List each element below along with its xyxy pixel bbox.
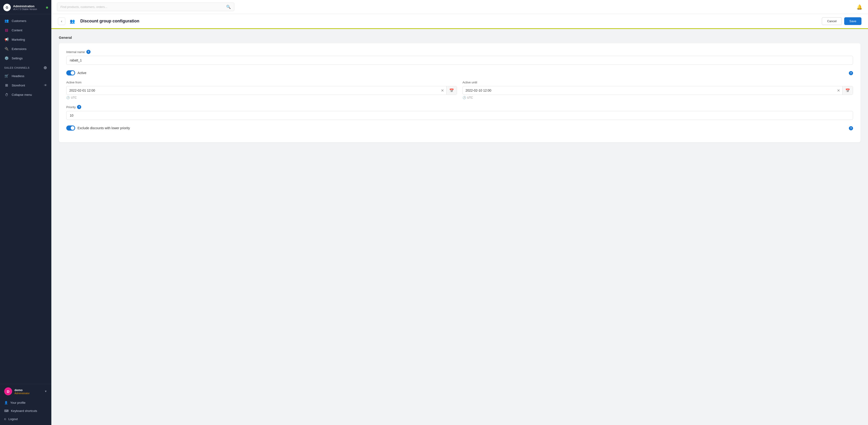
keyboard-shortcuts-link[interactable]: ⌨ Keyboard shortcuts [0, 407, 51, 415]
internal-name-field: Internal name ? [66, 50, 853, 65]
save-button[interactable]: Save [844, 17, 862, 25]
form-card: Internal name ? Active ? Active from [59, 43, 861, 142]
sidebar-item-content[interactable]: ▤ Content [0, 26, 51, 35]
page-header: ‹ 👥 Discount group configuration Cancel … [51, 14, 868, 29]
page-title: Discount group configuration [80, 19, 140, 24]
topbar-right: 🔔 [857, 4, 862, 10]
active-from-utc-note: 🕐 UTC [66, 96, 457, 99]
profile-icon: 👤 [4, 401, 8, 404]
active-until-label: Active until [463, 81, 853, 84]
avatar: D [4, 387, 12, 395]
user-menu-chevron-icon: ▼ [44, 390, 47, 393]
your-profile-link[interactable]: 👤 Your profile [0, 399, 51, 407]
exclude-help-icon[interactable]: ? [849, 126, 853, 131]
sidebar-item-label-content: Content [12, 29, 22, 32]
search-icon[interactable]: 🔍 [226, 5, 231, 9]
active-until-input[interactable] [463, 86, 835, 95]
active-help-icon[interactable]: ? [849, 71, 853, 75]
cancel-button[interactable]: Cancel [822, 17, 842, 25]
keyboard-shortcuts-label: Keyboard shortcuts [11, 409, 37, 413]
profile-label: Your profile [10, 401, 25, 404]
sidebar-nav: 👥 Customers ▤ Content 📢 Marketing 🔌 Exte… [0, 14, 51, 384]
user-role: Administrator [14, 392, 30, 395]
sidebar-item-marketing[interactable]: 📢 Marketing [0, 35, 51, 44]
app-version: v6.4.7.0 Stable Version [13, 8, 37, 10]
customers-icon: 👥 [4, 19, 9, 23]
internal-name-label: Internal name ? [66, 50, 853, 54]
online-status-dot [46, 6, 48, 9]
logout-icon: ⎋ [4, 417, 6, 421]
active-toggle-row: Active ? [66, 70, 853, 76]
sidebar-item-settings[interactable]: ⚙️ Settings [0, 54, 51, 63]
storefront-icon: ⊞ [4, 83, 9, 88]
sales-channels-label: Sales Channels [4, 66, 30, 69]
active-from-label: Active from [66, 81, 457, 84]
exclude-label: Exclude discounts with lower priority [78, 126, 130, 130]
sidebar-item-label-marketing: Marketing [12, 38, 25, 41]
topbar: Find products, customers, orders... 🔍 🔔 [51, 0, 868, 14]
exclude-toggle[interactable] [66, 125, 75, 131]
sidebar-item-extensions[interactable]: 🔌 Extensions [0, 44, 51, 54]
logout-link[interactable]: ⎋ Logout [0, 415, 51, 423]
priority-label: Priority ? [66, 105, 853, 109]
users-icon[interactable]: 👥 [69, 18, 76, 25]
active-until-field: Active until ✕ 📅 🕐 UTC [463, 81, 853, 99]
sidebar-item-headless[interactable]: 🛒 Headless [0, 71, 51, 81]
app-info: Administration v6.4.7.0 Stable Version [13, 4, 37, 10]
active-until-calendar-button[interactable]: 📅 [842, 86, 853, 95]
app-logo-icon: G [3, 4, 11, 11]
priority-input[interactable] [66, 111, 853, 120]
sidebar-item-label-collapse: Collapse menu [12, 93, 32, 96]
sales-channels-header: Sales Channels ⊕ [0, 63, 51, 71]
sidebar-item-label-headless: Headless [12, 74, 24, 78]
sidebar-item-label-storefront: Storefront [12, 84, 25, 87]
active-until-input-row: ✕ 📅 [463, 86, 853, 95]
notification-bell-icon[interactable]: 🔔 [857, 4, 862, 10]
internal-name-input[interactable] [66, 56, 853, 65]
headless-icon: 🛒 [4, 74, 9, 78]
logout-label: Logout [8, 417, 18, 421]
sidebar-item-collapse-menu[interactable]: ⏱ Collapse menu [0, 90, 51, 99]
active-from-clear-button[interactable]: ✕ [439, 86, 446, 95]
storefront-eye-icon: 👁 [44, 83, 47, 87]
sidebar-item-label-extensions: Extensions [12, 47, 27, 51]
active-from-input-row: ✕ 📅 [66, 86, 457, 95]
settings-icon: ⚙️ [4, 56, 9, 60]
sidebar-user[interactable]: D demo Administrator ▼ [0, 384, 51, 399]
active-from-calendar-button[interactable]: 📅 [446, 86, 457, 95]
search-bar: Find products, customers, orders... 🔍 [57, 3, 234, 11]
internal-name-help-icon[interactable]: ? [86, 50, 91, 54]
active-from-input[interactable] [66, 86, 439, 95]
active-from-field: Active from ✕ 📅 🕐 UTC [66, 81, 457, 99]
sidebar-item-label-customers: Customers [12, 19, 26, 23]
active-until-utc-note: 🕐 UTC [463, 96, 853, 99]
sidebar-item-storefront[interactable]: ⊞ Storefront 👁 [0, 81, 51, 90]
priority-help-icon[interactable]: ? [77, 105, 81, 109]
sidebar-item-customers[interactable]: 👥 Customers [0, 16, 51, 26]
marketing-icon: 📢 [4, 37, 9, 42]
add-sales-channel-button[interactable]: ⊕ [43, 65, 47, 70]
sidebar-bottom-links: 👤 Your profile ⌨ Keyboard shortcuts ⎋ Lo… [0, 399, 51, 425]
sidebar-logo: G Administration v6.4.7.0 Stable Version [0, 0, 51, 14]
sidebar: G Administration v6.4.7.0 Stable Version… [0, 0, 51, 425]
app-name: Administration [13, 4, 37, 8]
collapse-menu-icon: ⏱ [4, 92, 9, 97]
user-name: demo [14, 388, 30, 392]
clock-icon-2: 🕐 [463, 96, 466, 99]
active-toggle[interactable] [66, 70, 75, 76]
back-button[interactable]: ‹ [58, 18, 65, 25]
extensions-icon: 🔌 [4, 47, 9, 51]
content-area: General Internal name ? Active ? [51, 29, 868, 425]
priority-field: Priority ? [66, 105, 853, 120]
content-icon: ▤ [4, 28, 9, 32]
active-until-clear-button[interactable]: ✕ [835, 86, 842, 95]
date-row: Active from ✕ 📅 🕐 UTC Active until [66, 81, 853, 99]
section-title: General [59, 35, 861, 39]
exclude-toggle-row: Exclude discounts with lower priority ? [66, 125, 853, 131]
search-placeholder: Find products, customers, orders... [60, 5, 224, 9]
main-area: Find products, customers, orders... 🔍 🔔 … [51, 0, 868, 425]
sidebar-item-label-settings: Settings [12, 57, 23, 60]
active-label: Active [78, 71, 86, 75]
user-info: demo Administrator [14, 388, 30, 395]
keyboard-icon: ⌨ [4, 409, 9, 413]
